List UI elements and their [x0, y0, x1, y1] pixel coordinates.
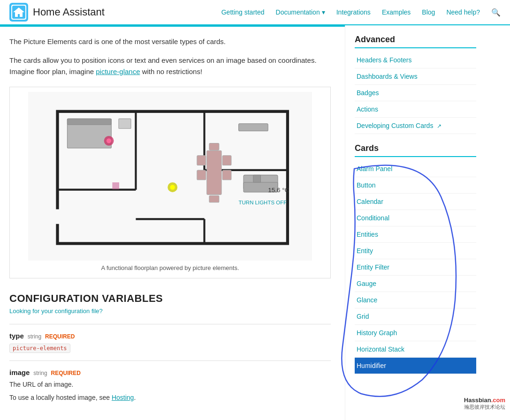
svg-rect-23: [253, 175, 261, 182]
svg-rect-18: [209, 143, 219, 150]
sidebar-item-dashboards-views[interactable]: Dashboards & Views: [355, 68, 476, 85]
nav-documentation-dropdown[interactable]: Documentation ▾: [276, 8, 325, 16]
config-desc-image-1: The URL of an image.: [9, 379, 331, 390]
sidebar-item-entity-filter[interactable]: Entity Filter: [355, 259, 476, 276]
sidebar-item-developing-custom-cards[interactable]: Developing Custom Cards ↗: [355, 118, 476, 134]
config-desc-image-2: To use a locally hosted image, see Hosti…: [9, 392, 331, 403]
svg-rect-15: [197, 170, 206, 180]
sidebar-item-button[interactable]: Button: [355, 177, 476, 194]
intro-paragraph-1: The Picture Elements card is one of the …: [9, 36, 331, 47]
floorplan-svg: 15.6 °C TURN LIGHTS OFF: [15, 92, 326, 261]
sidebar-advanced-section: Advanced Headers & Footers Dashboards & …: [355, 35, 476, 134]
sidebar-cards-section: Cards Alarm Panel Button Calendar Condit…: [355, 143, 476, 374]
picture-glance-link[interactable]: picture-glance: [96, 68, 140, 75]
config-type-image: string: [33, 370, 47, 376]
floorplan-image: 15.6 °C TURN LIGHTS OFF: [15, 92, 326, 261]
intro-paragraph-2: The cards allow you to position icons or…: [9, 55, 331, 77]
hosting-link[interactable]: Hosting: [112, 394, 134, 401]
svg-rect-16: [222, 156, 231, 165]
sidebar-item-badges[interactable]: Badges: [355, 85, 476, 101]
sidebar-item-entities[interactable]: Entities: [355, 226, 476, 243]
sidebar-item-entity[interactable]: Entity: [355, 243, 476, 259]
watermark: Hassbian.com 瀚思彼岸技术论坛: [464, 397, 505, 411]
sidebar-item-conditional[interactable]: Conditional: [355, 210, 476, 226]
svg-rect-26: [119, 119, 131, 128]
config-file-link[interactable]: Looking for your configuration file?: [9, 308, 331, 315]
svg-rect-14: [197, 156, 206, 165]
sidebar-item-history-graph[interactable]: History Graph: [355, 325, 476, 341]
config-label-image: image: [9, 368, 30, 376]
home-assistant-logo-icon: [9, 3, 28, 22]
nav-integrations[interactable]: Integrations: [336, 8, 371, 16]
svg-text:TURN LIGHTS OFF: TURN LIGHTS OFF: [239, 200, 287, 205]
config-section: CONFIGURATION VARIABLES Looking for your…: [9, 292, 331, 403]
sidebar-item-gauge[interactable]: Gauge: [355, 276, 476, 292]
sidebar-item-glance[interactable]: Glance: [355, 292, 476, 308]
config-required-image: REQUIRED: [51, 370, 80, 376]
sidebar: Advanced Headers & Footers Dashboards & …: [345, 25, 481, 420]
config-item-image: image string REQUIRED The URL of an imag…: [9, 368, 331, 403]
watermark-subtitle: 瀚思彼岸技术论坛: [464, 404, 505, 411]
svg-text:15.6 °C: 15.6 °C: [268, 187, 289, 194]
config-label-type: type: [9, 332, 24, 340]
watermark-hass: Hassbian: [464, 397, 491, 404]
sidebar-item-calendar[interactable]: Calendar: [355, 194, 476, 210]
config-heading: CONFIGURATION VARIABLES: [9, 292, 331, 305]
config-code-type: picture-elements: [9, 344, 70, 353]
svg-point-30: [107, 138, 111, 143]
site-title: Home Assistant: [33, 6, 105, 18]
watermark-com: .com: [491, 397, 505, 404]
main-nav: Getting started Documentation ▾ Integrat…: [221, 8, 501, 17]
svg-point-33: [170, 185, 175, 189]
svg-rect-17: [222, 170, 231, 180]
nav-examples[interactable]: Examples: [382, 8, 411, 16]
nav-getting-started[interactable]: Getting started: [221, 8, 265, 16]
sidebar-item-alarm-panel[interactable]: Alarm Panel: [355, 161, 476, 177]
main-content: The Picture Elements card is one of the …: [0, 25, 345, 420]
svg-rect-13: [207, 150, 221, 195]
floorplan-container: 15.6 °C TURN LIGHTS OFF: [9, 87, 331, 278]
sidebar-cards-title: Cards: [355, 143, 476, 157]
svg-rect-31: [112, 182, 119, 189]
svg-rect-19: [209, 195, 219, 202]
config-required-type: REQUIRED: [45, 333, 75, 340]
search-icon[interactable]: 🔍: [491, 8, 501, 17]
config-divider-2: [9, 360, 331, 361]
svg-rect-25: [67, 119, 111, 125]
config-type-type: string: [28, 333, 41, 340]
sidebar-advanced-title: Advanced: [355, 35, 476, 48]
sidebar-item-actions[interactable]: Actions: [355, 101, 476, 118]
sidebar-item-humidifier[interactable]: Humidifier: [355, 358, 476, 374]
external-link-icon: ↗: [437, 123, 441, 129]
chevron-down-icon: ▾: [322, 8, 325, 16]
logo-link[interactable]: Home Assistant: [9, 3, 105, 22]
nav-blog[interactable]: Blog: [422, 8, 435, 16]
nav-need-help[interactable]: Need help?: [446, 8, 480, 16]
sidebar-item-grid[interactable]: Grid: [355, 308, 476, 325]
sidebar-item-horizontal-stack[interactable]: Horizontal Stack: [355, 341, 476, 358]
floorplan-caption: A functional floorplan powered by pictur…: [15, 261, 326, 273]
watermark-brand: Hassbian.com: [464, 397, 505, 404]
config-item-type: type string REQUIRED picture-elements: [9, 332, 331, 353]
svg-rect-22: [239, 124, 268, 131]
sidebar-item-headers-footers[interactable]: Headers & Footers: [355, 52, 476, 68]
content-wrapper: The Picture Elements card is one of the …: [0, 25, 510, 420]
config-divider-1: [9, 324, 331, 324]
header: Home Assistant Getting started Documenta…: [0, 0, 510, 25]
